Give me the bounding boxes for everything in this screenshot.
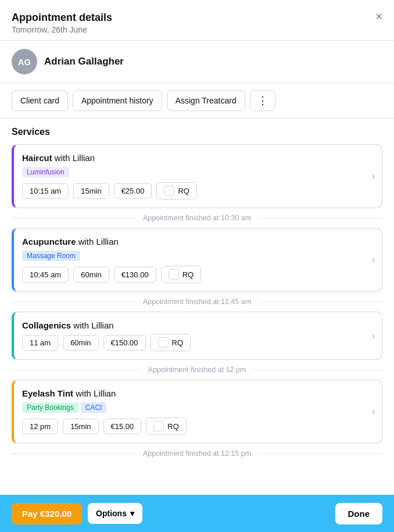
service-tag: Party Bookings: [22, 402, 78, 413]
service-tags: Party BookingsCACI: [22, 402, 374, 417]
service-price: €25.00: [114, 183, 152, 199]
service-price: €130.00: [114, 267, 156, 283]
modal-header: Appointment details Tomorrow, 26th June …: [0, 0, 394, 41]
service-time: 12 pm: [22, 419, 58, 434]
options-label: Options: [96, 509, 127, 518]
rq-checkbox[interactable]: [169, 269, 179, 280]
services-container: ›Haircut with LillianLuminfusion10:15 am…: [12, 144, 382, 463]
service-tag: CACI: [81, 402, 107, 413]
appointment-finished-divider: Appointment finished at 12:15 pm: [12, 444, 382, 463]
done-button[interactable]: Done: [335, 503, 383, 524]
service-card[interactable]: ›Acupuncture with LillianMassage Room10:…: [12, 228, 382, 292]
rq-checkbox[interactable]: [153, 421, 164, 431]
service-rq[interactable]: RQ: [151, 334, 191, 351]
client-card-button[interactable]: Client card: [12, 90, 68, 111]
client-name: Adrian Gallagher: [44, 56, 124, 67]
service-rq[interactable]: RQ: [156, 182, 197, 199]
service-title: Acupuncture with Lillian: [22, 237, 374, 247]
rq-label: RQ: [172, 338, 184, 347]
service-rq[interactable]: RQ: [146, 417, 187, 435]
services-section: Services ›Haircut with LillianLuminfusio…: [0, 119, 394, 463]
service-duration: 15min: [63, 419, 98, 434]
appointment-finished-text: Appointment finished at 12 pm: [141, 366, 253, 374]
service-details: 12 pm15min€15.00RQ: [22, 417, 374, 435]
appointment-finished-text: Appointment finished at 10:30 am: [136, 214, 258, 222]
service-time: 11 am: [22, 335, 58, 351]
options-button[interactable]: Options ▾: [88, 503, 142, 524]
service-details: 10:15 am15min€25.00RQ: [22, 182, 374, 199]
client-section: AG Adrian Gallagher: [0, 41, 394, 83]
services-label: Services: [12, 127, 382, 137]
service-tag: Luminfusion: [22, 167, 69, 177]
rq-label: RQ: [167, 422, 179, 431]
service-title: Collagenics with Lillian: [22, 320, 374, 330]
service-rq[interactable]: RQ: [161, 266, 202, 283]
rq-label: RQ: [182, 270, 194, 279]
service-title: Haircut with Lillian: [22, 153, 374, 163]
appointment-finished-divider: Appointment finished at 11:45 am: [12, 292, 382, 312]
service-duration: 60min: [73, 267, 109, 283]
appointment-finished-divider: Appointment finished at 10:30 am: [12, 208, 382, 228]
service-price: €150.00: [103, 335, 146, 351]
rq-label: RQ: [178, 187, 189, 195]
rq-checkbox[interactable]: [164, 185, 174, 196]
service-title: Eyelash Tint with Lillian: [22, 388, 374, 398]
service-price: €15.00: [103, 419, 142, 434]
service-card[interactable]: ›Eyelash Tint with LillianParty Bookings…: [12, 380, 382, 444]
chevron-right-icon: ›: [372, 171, 375, 181]
service-duration: 15min: [73, 183, 109, 199]
service-details: 10:45 am60min€130.00RQ: [22, 266, 374, 283]
service-tag: Massage Room: [22, 251, 80, 261]
service-time: 10:15 am: [22, 183, 69, 199]
service-tags: Luminfusion: [22, 166, 374, 182]
appointment-finished-text: Appointment finished at 11:45 am: [136, 298, 258, 306]
more-button[interactable]: ⋮: [250, 90, 275, 111]
close-button[interactable]: ×: [375, 10, 382, 22]
service-duration: 60min: [63, 335, 98, 351]
chevron-right-icon: ›: [372, 331, 375, 341]
service-time: 10:45 am: [22, 267, 69, 283]
pay-button[interactable]: Pay €320.00: [12, 503, 82, 524]
chevron-down-icon: ▾: [130, 509, 134, 518]
action-buttons: Client card Appointment history Assign T…: [0, 83, 394, 119]
service-card[interactable]: ›Collagenics with Lillian11 am60min€150.…: [12, 312, 382, 360]
appointment-finished-text: Appointment finished at 12:15 pm: [136, 449, 258, 458]
service-tags: Massage Room: [22, 250, 374, 266]
appointment-finished-divider: Appointment finished at 12 pm: [12, 360, 382, 380]
chevron-right-icon: ›: [372, 406, 375, 417]
service-details: 11 am60min€150.00RQ: [22, 334, 374, 351]
modal-date: Tomorrow, 26th June: [12, 25, 382, 34]
rq-checkbox[interactable]: [158, 337, 169, 348]
assign-treatcard-button[interactable]: Assign Treatcard: [167, 90, 245, 111]
modal-title: Appointment details: [12, 12, 382, 24]
avatar: AG: [12, 49, 37, 74]
chevron-right-icon: ›: [372, 255, 375, 265]
bottom-bar: Pay €320.00 Options ▾ Done: [0, 495, 394, 532]
appointment-history-button[interactable]: Appointment history: [73, 90, 162, 111]
service-card[interactable]: ›Haircut with LillianLuminfusion10:15 am…: [12, 144, 382, 208]
